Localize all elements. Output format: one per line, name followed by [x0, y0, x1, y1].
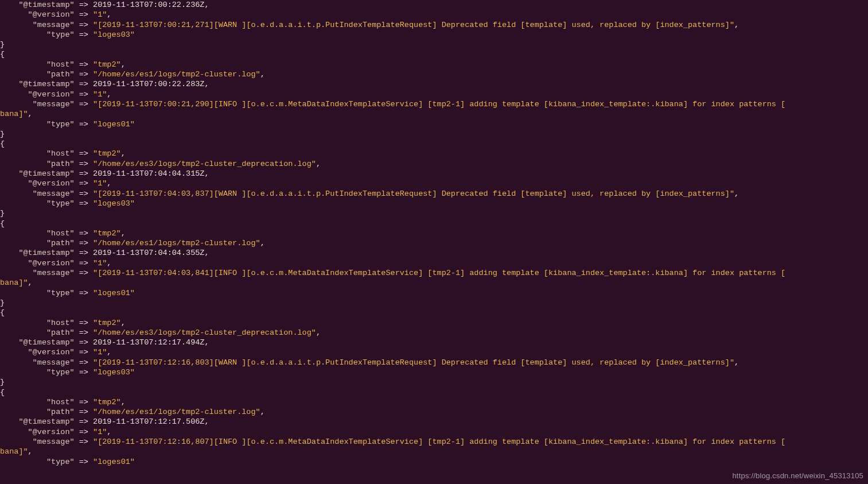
log-brace-close: }	[0, 208, 868, 218]
log-line: "type" => "loges03"	[0, 30, 868, 40]
log-brace-close: }	[0, 40, 868, 49]
log-line-continuation: bana]",	[0, 278, 868, 288]
log-line: "@timestamp" => 2019-11-13T07:04:04.355Z…	[0, 248, 868, 258]
log-line: "@timestamp" => 2019-11-13T07:00:22.283Z…	[0, 79, 868, 89]
watermark-text: https://blog.csdn.net/weixin_45313105	[732, 471, 863, 481]
log-line: "host" => "tmp2",	[0, 60, 868, 69]
log-line: "host" => "tmp2",	[0, 149, 868, 158]
log-line: "@version" => "1",	[0, 258, 868, 268]
log-line-continuation: bana]",	[0, 109, 868, 119]
log-line: "message" => "[2019-11-13T07:04:03,841][…	[0, 268, 868, 278]
log-brace-close: }	[0, 298, 868, 308]
log-line: "@version" => "1",	[0, 90, 868, 99]
log-line-continuation: bana]",	[0, 447, 868, 456]
log-line: "type" => "loges01"	[0, 119, 868, 129]
log-line: "@timestamp" => 2019-11-13T07:04:04.315Z…	[0, 169, 868, 179]
log-line: "message" => "[2019-11-13T07:00:21,271][…	[0, 20, 868, 30]
log-line: "@version" => "1",	[0, 347, 868, 357]
log-line: "path" => "/home/es/es3/logs/tmp2-cluste…	[0, 328, 868, 338]
log-line: "@version" => "1",	[0, 179, 868, 188]
log-line: "host" => "tmp2",	[0, 318, 868, 328]
log-brace-open: {	[0, 388, 868, 397]
log-line: "message" => "[2019-11-13T07:04:03,837][…	[0, 189, 868, 199]
log-line: "host" => "tmp2",	[0, 229, 868, 238]
log-line: "message" => "[2019-11-13T07:12:16,807][…	[0, 437, 868, 447]
log-brace-open: {	[0, 219, 868, 229]
log-line: "type" => "loges03"	[0, 199, 868, 208]
log-line: "@version" => "1",	[0, 427, 868, 437]
log-brace-open: {	[0, 49, 868, 59]
log-line: "@timestamp" => 2019-11-13T07:12:17.494Z…	[0, 338, 868, 347]
terminal-output[interactable]: "@timestamp" => 2019-11-13T07:00:22.236Z…	[0, 0, 868, 467]
log-line: "message" => "[2019-11-13T07:12:16,803][…	[0, 358, 868, 367]
log-brace-close: }	[0, 129, 868, 139]
log-line: "path" => "/home/es/es3/logs/tmp2-cluste…	[0, 159, 868, 169]
log-brace-open: {	[0, 308, 868, 317]
log-line: "path" => "/home/es/es1/logs/tmp2-cluste…	[0, 69, 868, 79]
log-line: "path" => "/home/es/es1/logs/tmp2-cluste…	[0, 238, 868, 248]
log-line: "path" => "/home/es/es1/logs/tmp2-cluste…	[0, 407, 868, 417]
log-line: "type" => "loges03"	[0, 367, 868, 377]
log-line: "message" => "[2019-11-13T07:00:21,290][…	[0, 99, 868, 109]
log-line: "host" => "tmp2",	[0, 397, 868, 407]
log-line: "@timestamp" => 2019-11-13T07:12:17.506Z…	[0, 417, 868, 427]
log-brace-open: {	[0, 139, 868, 149]
log-line: "type" => "loges01"	[0, 457, 868, 467]
log-brace-close: }	[0, 377, 868, 387]
log-line: "type" => "loges01"	[0, 288, 868, 298]
log-line: "@version" => "1",	[0, 10, 868, 20]
log-line: "@timestamp" => 2019-11-13T07:00:22.236Z…	[0, 0, 868, 10]
